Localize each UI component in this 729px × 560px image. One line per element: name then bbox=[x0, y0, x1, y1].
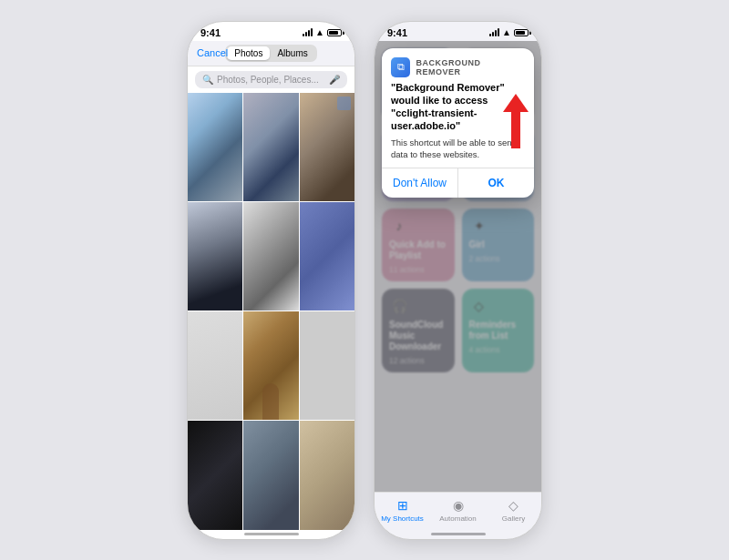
tab-my-shortcuts-label: My Shortcuts bbox=[381, 514, 424, 523]
gallery-icon: ◇ bbox=[508, 498, 519, 513]
photo-cell[interactable] bbox=[243, 93, 298, 201]
home-indicator bbox=[188, 530, 354, 539]
dialog-header: ⧉ BACKGROUND REMOVER bbox=[382, 48, 534, 81]
photo-cell[interactable] bbox=[188, 311, 242, 420]
photo-cell[interactable] bbox=[243, 421, 298, 529]
app-icon-glyph: ⧉ bbox=[397, 61, 405, 73]
search-placeholder: Photos, People, Places... bbox=[217, 75, 325, 85]
photos-nav: Cancel Photos Albums bbox=[188, 41, 354, 66]
photo-cell[interactable] bbox=[243, 311, 298, 420]
cancel-button[interactable]: Cancel bbox=[197, 47, 228, 58]
photo-grid bbox=[188, 93, 354, 530]
tab-gallery-label: Gallery bbox=[502, 514, 525, 523]
tab-bar: ⊞ My Shortcuts ◉ Automation ◇ Gallery bbox=[375, 492, 541, 530]
my-shortcuts-icon: ⊞ bbox=[397, 498, 408, 513]
photo-cell[interactable] bbox=[188, 93, 242, 201]
photo-cell[interactable] bbox=[188, 421, 242, 529]
shortcuts-area: ◇ Background Remover 25 actions ◇ Skip 1… bbox=[375, 41, 541, 492]
right-phone: 9:41 ▲ ◇ Background Remover 25 actions bbox=[374, 21, 542, 540]
signal-icon bbox=[303, 28, 313, 36]
left-time: 9:41 bbox=[200, 27, 221, 38]
dialog-app-name: BACKGROUND REMOVER bbox=[416, 58, 525, 76]
photo-cell[interactable] bbox=[300, 421, 354, 529]
arrow-head bbox=[503, 94, 529, 112]
wifi-icon: ▲ bbox=[502, 27, 511, 37]
wifi-icon: ▲ bbox=[315, 27, 324, 37]
arrow-shaft bbox=[511, 112, 520, 148]
tab-my-shortcuts[interactable]: ⊞ My Shortcuts bbox=[375, 498, 430, 523]
battery-icon bbox=[514, 29, 529, 36]
left-phone: 9:41 ▲ Cancel Photos Albums 🔍 Photos, P bbox=[187, 21, 355, 540]
ok-arrow bbox=[503, 94, 529, 148]
right-time: 9:41 bbox=[387, 27, 407, 38]
photos-tab[interactable]: Photos bbox=[227, 46, 270, 60]
mic-icon: 🎤 bbox=[329, 75, 340, 85]
signal-icon bbox=[489, 28, 499, 36]
photo-cell[interactable] bbox=[243, 202, 298, 311]
tab-gallery[interactable]: ◇ Gallery bbox=[486, 498, 541, 523]
dialog-overlay: ⧉ BACKGROUND REMOVER "Background Remover… bbox=[375, 41, 541, 492]
search-bar[interactable]: 🔍 Photos, People, Places... 🎤 bbox=[195, 71, 347, 88]
search-icon: 🔍 bbox=[202, 75, 213, 85]
battery-icon bbox=[327, 29, 342, 36]
segment-control: Photos Albums bbox=[225, 45, 317, 62]
ok-button[interactable]: OK bbox=[458, 168, 534, 198]
tab-automation[interactable]: ◉ Automation bbox=[430, 498, 486, 523]
app-icon: ⧉ bbox=[391, 57, 410, 77]
photo-cell[interactable] bbox=[188, 202, 242, 311]
automation-icon: ◉ bbox=[453, 498, 464, 513]
albums-tab[interactable]: Albums bbox=[270, 46, 314, 60]
dialog-buttons: Don't Allow OK bbox=[382, 168, 534, 198]
photo-cell[interactable] bbox=[300, 202, 354, 311]
right-home-indicator bbox=[375, 530, 541, 539]
left-status-bar: 9:41 ▲ bbox=[188, 22, 354, 41]
right-status-icons: ▲ bbox=[489, 27, 529, 37]
tab-automation-label: Automation bbox=[439, 514, 476, 523]
photo-cell[interactable] bbox=[300, 311, 354, 420]
main-container: 9:41 ▲ Cancel Photos Albums 🔍 Photos, P bbox=[187, 21, 542, 540]
dont-allow-button[interactable]: Don't Allow bbox=[382, 168, 458, 198]
photo-cell[interactable] bbox=[300, 93, 354, 201]
right-status-bar: 9:41 ▲ bbox=[375, 22, 541, 41]
left-status-icons: ▲ bbox=[303, 27, 342, 37]
